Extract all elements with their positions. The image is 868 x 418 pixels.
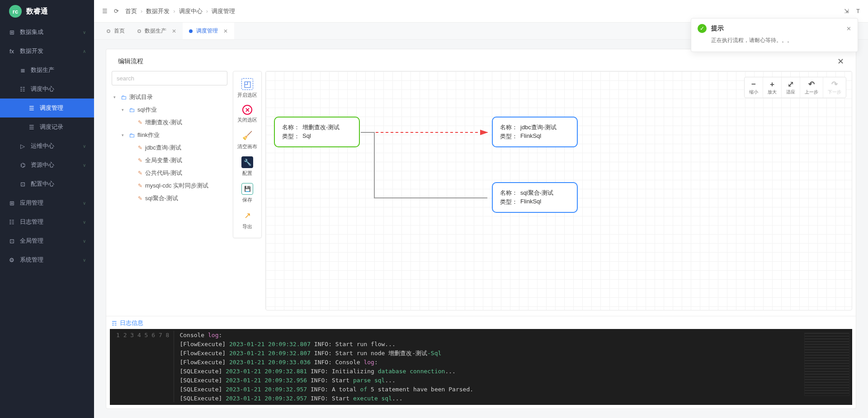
nav-label: 调度中心 xyxy=(31,85,54,93)
zoom-label: 放大 xyxy=(768,89,777,95)
log-box[interactable]: 1 2 3 4 5 6 7 8 Console log: [FlowExecut… xyxy=(110,329,852,405)
tool-close-select[interactable]: ✕关闭选区 xyxy=(233,102,261,127)
tree-label: jdbc查询-测试 xyxy=(145,144,181,152)
close-icon[interactable]: ✕ xyxy=(172,28,176,34)
tree-node[interactable]: ✎全局变量-测试 xyxy=(112,154,227,167)
close-select-icon: ✕ xyxy=(242,105,252,115)
zoom-controls: −缩小+放大⤢适应↶上一步↷下一步 xyxy=(744,77,846,98)
tool-export[interactable]: ↗导出 xyxy=(233,207,261,233)
vertical-toolbar: ◰开启选区✕关闭选区🧹清空画布🔧配置💾保存↗导出 xyxy=(233,71,262,238)
chevron-icon: ∨ xyxy=(83,220,86,225)
nav-icon: ☷ xyxy=(19,86,26,93)
zoom-button[interactable]: −缩小 xyxy=(745,77,763,98)
flow-node-1[interactable]: 名称：增删查改-测试 类型：Sql xyxy=(274,117,360,147)
toast-notification: ✓ 提示 ✕ 正在执行流程，请耐心等待。。。 xyxy=(691,18,858,52)
tree-node[interactable]: ✎mysql-cdc 实时同步测试 xyxy=(112,179,227,192)
tree-node[interactable]: ✎sql聚合-测试 xyxy=(112,192,227,205)
nav-item[interactable]: fx数据开发∧ xyxy=(0,42,94,61)
chevron-icon: ∨ xyxy=(83,258,86,263)
flow-node-2[interactable]: 名称：jdbc查询-测试 类型：FlinkSql xyxy=(492,117,578,147)
tool-config[interactable]: 🔧配置 xyxy=(233,153,261,180)
flow-node-3[interactable]: 名称：sql聚合-测试 类型：FlinkSql xyxy=(492,182,578,213)
tab[interactable]: 数据生产✕ xyxy=(131,23,183,39)
folder-icon: 🗀 xyxy=(129,107,135,113)
close-icon[interactable]: ✕ xyxy=(223,28,228,34)
log-header[interactable]: ☶ 日志信息 xyxy=(106,316,856,329)
nav-label: 数据生产 xyxy=(31,66,54,74)
tool-open-select[interactable]: ◰开启选区 xyxy=(233,75,261,102)
zoom-button[interactable]: +放大 xyxy=(763,77,781,98)
folder-icon: 🗀 xyxy=(129,132,135,139)
tree-node[interactable]: ✎公共代码-测试 xyxy=(112,167,227,179)
chevron-icon: ∨ xyxy=(83,163,86,168)
tool-save[interactable]: 💾保存 xyxy=(233,180,261,207)
nav-item[interactable]: ☰调度记录 xyxy=(0,117,94,136)
log-linenumbers: 1 2 3 4 5 6 7 8 xyxy=(110,331,174,402)
topbar-right: ⇲ T xyxy=(844,8,860,14)
tree-node[interactable]: ▾🗀sql作业 xyxy=(112,103,227,116)
nav-item[interactable]: ☷日志管理∨ xyxy=(0,212,94,231)
logo-icon: rc xyxy=(9,5,22,18)
log-minimap[interactable] xyxy=(804,333,849,396)
nav-item[interactable]: ⌬资源中心∨ xyxy=(0,155,94,174)
nav-icon: ☷ xyxy=(8,219,15,225)
file-icon: ✎ xyxy=(138,157,142,164)
breadcrumb-item[interactable]: 调度中心 xyxy=(179,7,203,15)
content: 编辑流程 ✕ ▾🗀测试目录▾🗀sql作业✎增删查改-测试▾🗀flink作业✎jd… xyxy=(94,40,868,418)
tree-node[interactable]: ✎jdbc查询-测试 xyxy=(112,141,227,154)
nav-item[interactable]: ▷运维中心∨ xyxy=(0,136,94,155)
nav-item[interactable]: ⊡配置中心 xyxy=(0,174,94,193)
export-icon[interactable]: ⇲ xyxy=(844,8,849,14)
breadcrumb-item[interactable]: 数据开发 xyxy=(146,7,170,15)
nav-item[interactable]: ⚙系统管理∨ xyxy=(0,250,94,269)
nav-item[interactable]: ⊞应用管理∨ xyxy=(0,193,94,212)
zoom-button[interactable]: ↶上一步 xyxy=(800,77,823,98)
node-type-label: 类型： xyxy=(500,132,518,141)
node-name: sql聚合-测试 xyxy=(520,189,553,197)
logo[interactable]: rc 数睿通 xyxy=(0,0,94,23)
zoom-icon: ↷ xyxy=(831,80,838,89)
nav-icon: ☰ xyxy=(28,105,35,112)
nav-item[interactable]: ≣数据生产 xyxy=(0,61,94,80)
tree-label: flink作业 xyxy=(137,131,160,139)
tree-label: mysql-cdc 实时同步测试 xyxy=(145,182,208,190)
nav-icon: ≣ xyxy=(19,67,26,74)
close-icon[interactable]: ✕ xyxy=(846,25,851,32)
refresh-icon[interactable]: ⟳ xyxy=(114,8,119,14)
breadcrumb-sep: › xyxy=(206,8,208,14)
breadcrumb-item[interactable]: 首页 xyxy=(125,7,137,15)
tree-node[interactable]: ▾🗀测试目录 xyxy=(112,91,227,103)
search-input[interactable] xyxy=(112,71,227,85)
nav-label: 全局管理 xyxy=(20,237,43,245)
chevron-icon: ∨ xyxy=(83,239,86,244)
tree-label: 公共代码-测试 xyxy=(145,169,182,177)
tab-dot-icon xyxy=(107,29,110,33)
nav-icon: ⊡ xyxy=(8,238,15,244)
zoom-button[interactable]: ⤢适应 xyxy=(781,77,800,98)
nav-icon: ☰ xyxy=(28,124,35,131)
text-size-icon[interactable]: T xyxy=(856,8,860,14)
nav-item[interactable]: ⊡全局管理∨ xyxy=(0,231,94,250)
tree-label: sql聚合-测试 xyxy=(145,194,178,202)
export-icon: ↗ xyxy=(241,210,253,221)
node-type-label: 类型： xyxy=(500,198,518,206)
close-icon[interactable]: ✕ xyxy=(837,56,844,66)
tree-node[interactable]: ▾🗀flink作业 xyxy=(112,129,227,141)
tool-clear-canvas[interactable]: 🧹清空画布 xyxy=(233,127,261,153)
zoom-label: 缩小 xyxy=(749,89,758,95)
canvas[interactable]: 名称：增删查改-测试 类型：Sql 名称：jdbc查询-测试 类型：FlinkS… xyxy=(265,71,852,310)
log-text: Console log: [FlowExecute] 2023-01-21 20… xyxy=(174,331,852,402)
breadcrumb-item[interactable]: 调度管理 xyxy=(212,7,235,15)
tree-node[interactable]: ✎增删查改-测试 xyxy=(112,116,227,129)
node-name: 增删查改-测试 xyxy=(302,123,340,132)
tab[interactable]: 调度管理✕ xyxy=(183,23,234,39)
nav-item[interactable]: ☰调度管理 xyxy=(0,99,94,117)
nav-item[interactable]: ⊞数据集成∨ xyxy=(0,23,94,42)
zoom-icon: − xyxy=(751,80,756,89)
nav-item[interactable]: ☷调度中心 xyxy=(0,80,94,99)
zoom-icon: ⤢ xyxy=(788,80,794,89)
toast-title: 提示 xyxy=(711,24,842,33)
toggle-sidebar-icon[interactable]: ☰ xyxy=(102,8,108,14)
tab[interactable]: 首页 xyxy=(100,23,131,39)
tool-label: 开启选区 xyxy=(237,92,257,99)
